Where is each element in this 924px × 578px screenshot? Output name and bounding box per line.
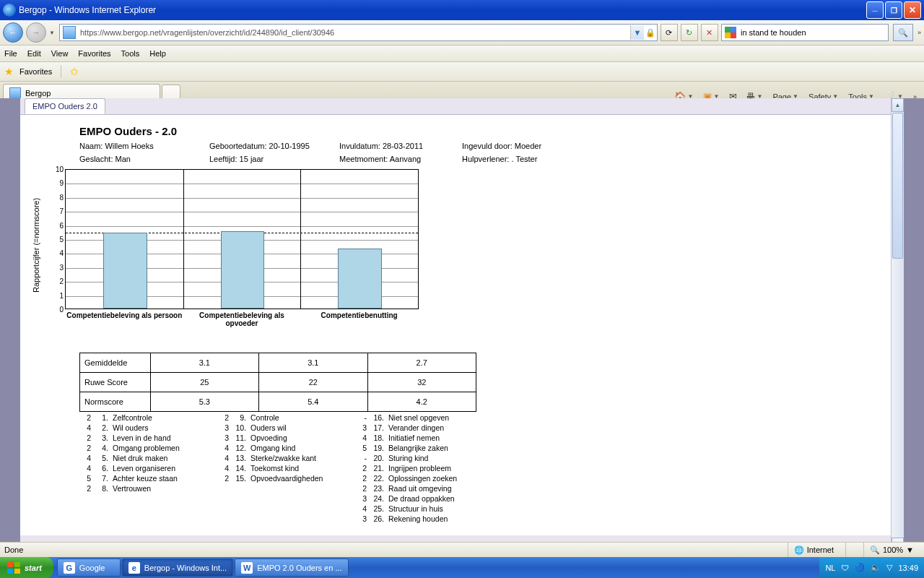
refresh-button[interactable]: ↻ bbox=[681, 24, 698, 41]
tray-icon[interactable]: 🔵 bbox=[855, 563, 865, 572]
language-indicator[interactable]: NL bbox=[825, 564, 835, 572]
stop-button[interactable]: ✕ bbox=[701, 24, 718, 41]
tab-label: Bergop bbox=[25, 89, 51, 98]
forward-button[interactable]: → bbox=[26, 22, 46, 43]
zoom-control[interactable]: 🔍100% ▼ bbox=[863, 543, 920, 557]
bar-2 bbox=[338, 249, 382, 309]
add-favorite-icon[interactable]: ✩ bbox=[70, 66, 79, 77]
overflow-chevron[interactable]: » bbox=[918, 29, 921, 36]
chart-y-label: Rapportcijfer (=normscore) bbox=[32, 169, 40, 321]
search-input[interactable] bbox=[739, 25, 888, 40]
tray-volume-icon[interactable]: 🔈 bbox=[871, 563, 881, 572]
search-box[interactable] bbox=[721, 24, 889, 41]
compat-button[interactable]: ⟳ bbox=[661, 24, 678, 41]
tray-icon[interactable]: ▽ bbox=[886, 563, 892, 572]
tray-icon[interactable]: 🛡 bbox=[841, 564, 849, 572]
internet-icon: 🌐 bbox=[794, 545, 804, 555]
window-title: Bergop - Windows Internet Explorer bbox=[19, 5, 156, 15]
bar-0 bbox=[103, 233, 147, 309]
report-body: EMPO Ouders - 2.0 Naam: Willem Hoeks Geb… bbox=[20, 115, 891, 535]
menu-help[interactable]: Help bbox=[149, 49, 166, 58]
clock[interactable]: 13:49 bbox=[898, 564, 918, 572]
close-button[interactable] bbox=[904, 1, 921, 19]
page-icon bbox=[63, 26, 76, 39]
windows-logo-icon bbox=[7, 562, 20, 574]
minimize-button[interactable] bbox=[866, 1, 884, 19]
url-dropdown[interactable]: ▼ bbox=[630, 25, 644, 40]
back-button[interactable]: ← bbox=[3, 22, 23, 43]
start-button[interactable]: start bbox=[0, 557, 53, 578]
favorites-bar: ★ Favorites ✩ bbox=[0, 62, 924, 82]
lock-icon: 🔒 bbox=[644, 28, 657, 38]
menu-favorites[interactable]: Favorites bbox=[78, 49, 110, 58]
history-dropdown[interactable]: ▼ bbox=[49, 30, 56, 36]
maximize-button[interactable] bbox=[885, 1, 902, 19]
favorites-label[interactable]: Favorites bbox=[19, 67, 52, 76]
security-zone[interactable]: 🌐Internet bbox=[788, 543, 840, 557]
category-label: Competentiebeleving als opvoeder bbox=[183, 309, 301, 327]
bar-chart: Competentiebeleving als persoonCompetent… bbox=[43, 169, 419, 321]
taskbar: start GGoogleeBergop - Windows Int...WEM… bbox=[0, 557, 924, 578]
vertical-scrollbar[interactable]: ▲ ▼ bbox=[891, 98, 904, 551]
bar-1 bbox=[221, 231, 265, 309]
item-scores: 21.Zelfcontrole42.Wil ouders23.Leven in … bbox=[79, 411, 881, 525]
tab-page-icon bbox=[9, 87, 21, 99]
zoom-icon: 🔍 bbox=[870, 545, 880, 555]
window-titlebar: Bergop - Windows Internet Explorer bbox=[0, 0, 924, 20]
ie-icon bbox=[3, 4, 16, 17]
favorites-star-icon[interactable]: ★ bbox=[4, 66, 14, 77]
taskbar-button[interactable]: WEMPO 2.0 Ouders en ... bbox=[235, 558, 348, 577]
menu-edit[interactable]: Edit bbox=[27, 49, 41, 58]
taskbar-button[interactable]: GGoogle bbox=[57, 558, 121, 577]
protected-mode[interactable] bbox=[845, 543, 858, 557]
search-go-button[interactable]: 🔍 bbox=[893, 24, 913, 41]
menu-view[interactable]: View bbox=[51, 49, 69, 58]
category-label: Competentiebenutting bbox=[300, 309, 418, 319]
summary-table: Gemiddelde3.13.12.7Ruwe Score252232Norms… bbox=[79, 353, 476, 412]
report-tab-strip: EMPO Ouders 2.0 bbox=[20, 98, 891, 115]
status-bar: Done 🌐Internet 🔍100% ▼ bbox=[0, 542, 924, 557]
category-label: Competentiebeleving als persoon bbox=[66, 309, 183, 319]
menu-tools[interactable]: Tools bbox=[121, 49, 140, 58]
scroll-up-button[interactable]: ▲ bbox=[892, 98, 904, 112]
address-bar[interactable]: ▼ 🔒 bbox=[59, 24, 658, 41]
report-title: EMPO Ouders - 2.0 bbox=[79, 125, 881, 137]
menu-file[interactable]: File bbox=[4, 49, 17, 58]
url-input[interactable] bbox=[79, 25, 630, 40]
taskbar-button[interactable]: eBergop - Windows Int... bbox=[122, 558, 233, 577]
system-tray[interactable]: NL 🛡 🔵 🔈 ▽ 13:49 bbox=[819, 557, 924, 578]
report-tab[interactable]: EMPO Ouders 2.0 bbox=[25, 98, 105, 114]
nav-toolbar: ← → ▼ ▼ 🔒 ⟳ ↻ ✕ 🔍 » bbox=[0, 20, 924, 46]
scroll-thumb[interactable] bbox=[892, 113, 903, 259]
status-text: Done bbox=[4, 545, 23, 554]
menu-bar: File Edit View Favorites Tools Help bbox=[0, 46, 924, 62]
google-icon bbox=[725, 27, 736, 38]
